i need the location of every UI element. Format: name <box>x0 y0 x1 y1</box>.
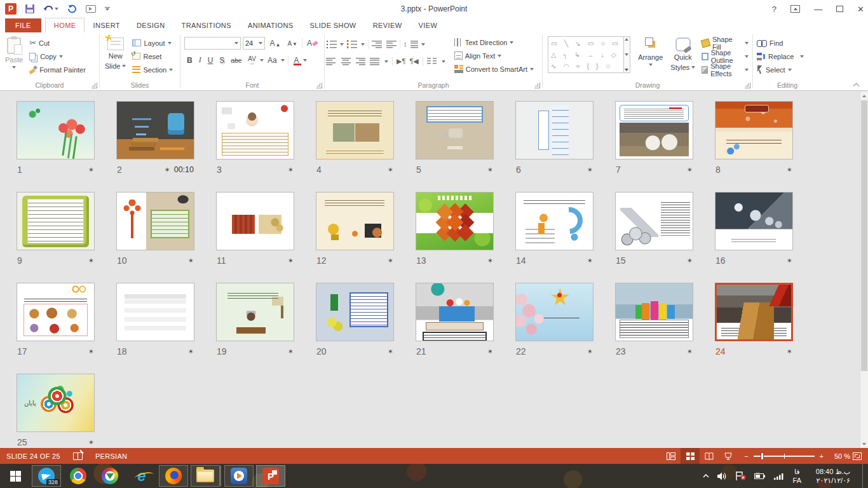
transition-star-icon[interactable]: ✶ <box>587 257 593 265</box>
slide-thumbnail-16-metal-drops[interactable] <box>715 192 793 250</box>
shapes-scroll-up-icon[interactable] <box>625 38 628 41</box>
shapes-more-icon[interactable] <box>625 69 628 71</box>
quick-styles-dropdown-icon[interactable] <box>691 66 695 69</box>
minimize-button[interactable]: — <box>814 4 822 14</box>
transition-star-icon[interactable]: ✶ <box>188 348 194 356</box>
paste-dropdown-icon[interactable] <box>12 66 16 69</box>
section-button[interactable]: Section <box>130 63 175 76</box>
customize-qat-icon[interactable] <box>105 7 110 11</box>
columns-dropdown-icon[interactable] <box>442 60 445 63</box>
transition-star-icon[interactable]: ✶ <box>687 348 693 356</box>
layout-dropdown-icon[interactable] <box>168 42 172 44</box>
select-button[interactable]: Select <box>754 63 820 76</box>
font-size-combobox[interactable]: 24 <box>243 37 266 50</box>
proofing-icon[interactable] <box>73 452 83 460</box>
font-color-dropdown-icon[interactable] <box>303 59 307 62</box>
slide-thumbnail-22-blossoms-star-question[interactable] <box>515 283 593 341</box>
shapes-row-2[interactable]: △ ┐ ↳ → ↓ ◇ <box>551 50 621 59</box>
slide-thumbnail-4-two-photos-cream[interactable] <box>316 101 394 159</box>
collapse-ribbon-icon[interactable] <box>854 83 860 86</box>
slide-thumbnail-15-steel-pipes-text[interactable] <box>615 192 693 250</box>
slide-thumbnail-18-data-table[interactable] <box>116 283 194 341</box>
show-desktop-strip[interactable] <box>862 464 865 488</box>
transition-star-icon[interactable]: ✶ <box>88 438 94 447</box>
save-icon[interactable] <box>25 4 34 13</box>
slide-thumbnail-11-steel-and-gears-photos[interactable] <box>216 192 294 250</box>
shape-outline-button[interactable]: Shape Outline <box>699 50 751 63</box>
reset-button[interactable]: Reset <box>130 50 175 63</box>
volume-icon[interactable] <box>717 472 728 480</box>
close-button[interactable]: ✕ <box>857 4 864 14</box>
increase-indent-icon[interactable] <box>386 40 397 49</box>
strikethrough-button[interactable]: abc <box>228 56 244 65</box>
bullets-dropdown-icon[interactable] <box>340 43 344 46</box>
start-button[interactable] <box>0 464 31 488</box>
tab-transitions[interactable]: TRANSITIONS <box>173 18 240 32</box>
left-to-right-icon[interactable]: ▶¶ <box>397 58 405 65</box>
line-spacing-icon[interactable]: ↕ <box>403 41 407 48</box>
align-text-button[interactable]: Align Text <box>452 49 536 62</box>
transition-star-icon[interactable]: ✶ <box>687 257 693 265</box>
hidden-icons-chevron[interactable] <box>703 474 709 478</box>
transition-star-icon[interactable]: ✶ <box>787 166 792 174</box>
transition-star-icon[interactable]: ✶ <box>487 348 493 356</box>
numbering-dropdown-icon[interactable] <box>361 43 365 46</box>
start-from-beginning-icon[interactable] <box>86 5 96 13</box>
taskbar-telegram[interactable]: 328 <box>32 465 61 487</box>
format-painter-button[interactable]: Format Painter <box>27 63 88 76</box>
slide-show-button[interactable] <box>719 448 738 464</box>
font-dialog-launcher[interactable] <box>316 83 322 88</box>
ribbon-display-options-icon[interactable] <box>790 5 800 13</box>
layout-button[interactable]: Layout <box>130 36 175 50</box>
decrease-indent-icon[interactable] <box>372 40 383 49</box>
zoom-in-button[interactable]: + <box>820 452 824 460</box>
transition-star-icon[interactable]: ✶ <box>787 257 792 265</box>
line-spacing-lines-icon[interactable] <box>410 40 418 49</box>
undo-button[interactable] <box>43 5 58 13</box>
zoom-slider-thumb[interactable] <box>761 452 764 460</box>
tab-insert[interactable]: INSERT <box>85 18 128 32</box>
transition-star-icon[interactable]: ✶ <box>787 348 792 356</box>
tab-animations[interactable]: ANIMATIONS <box>240 18 302 32</box>
new-slide-dropdown-icon[interactable] <box>122 65 126 67</box>
slide-thumbnail-2-chalkboard-backpack[interactable] <box>116 101 194 159</box>
taskbar-idm[interactable] <box>95 465 125 487</box>
slide-thumbnail-24-pollution-discharge[interactable] <box>715 283 793 341</box>
transition-star-icon[interactable]: ✶ <box>288 348 294 356</box>
transition-star-icon[interactable]: ✶ <box>88 257 94 265</box>
shape-effects-button[interactable]: Shape Effects <box>699 63 751 76</box>
section-dropdown-icon[interactable] <box>169 69 173 71</box>
bullets-icon[interactable] <box>326 40 337 49</box>
clipboard-dialog-launcher[interactable] <box>92 83 97 88</box>
change-case-button[interactable]: Aa <box>265 55 280 65</box>
align-right-icon[interactable] <box>355 57 366 66</box>
transition-star-icon[interactable]: ✶ <box>288 166 294 174</box>
paragraph-dialog-launcher[interactable] <box>534 83 540 88</box>
replace-button[interactable]: Replace <box>754 50 820 63</box>
font-color-button[interactable]: A <box>292 55 302 65</box>
shapes-row-3[interactable]: ∿ ◠ ≈ { } ☆ <box>551 62 621 71</box>
right-to-left-icon[interactable]: ¶◀ <box>409 58 418 65</box>
text-shadow-button[interactable]: S <box>217 55 227 65</box>
justify-icon[interactable] <box>370 57 381 66</box>
slide-thumbnail-1-tulips-title-slide[interactable] <box>17 101 95 159</box>
zoom-out-button[interactable]: − <box>744 452 748 460</box>
replace-dropdown-icon[interactable] <box>800 55 804 58</box>
help-button[interactable]: ? <box>772 4 776 14</box>
bold-button[interactable]: B <box>184 55 195 65</box>
drawing-dialog-launcher[interactable] <box>745 83 750 88</box>
vertical-scrollbar[interactable] <box>860 92 868 448</box>
slide-thumbnail-9-green-notebook-text[interactable] <box>17 192 95 250</box>
network-signal-icon[interactable] <box>774 472 785 480</box>
slide-thumbnail-3-student-with-doodles[interactable] <box>216 101 294 159</box>
cut-button[interactable]: ✂Cut <box>27 36 88 50</box>
zoom-slider[interactable] <box>754 456 815 457</box>
action-center-flag-icon[interactable] <box>736 471 746 480</box>
transition-star-icon[interactable]: ✶ <box>88 166 94 174</box>
transition-star-icon[interactable]: ✶ <box>587 166 593 174</box>
arrange-button[interactable]: Arrange <box>634 35 667 69</box>
repeat-button[interactable] <box>67 4 77 13</box>
character-spacing-button[interactable]: AV↔ <box>245 55 259 66</box>
transition-star-icon[interactable]: ✶ <box>687 166 693 174</box>
language-switcher[interactable]: فا FA <box>793 467 801 485</box>
